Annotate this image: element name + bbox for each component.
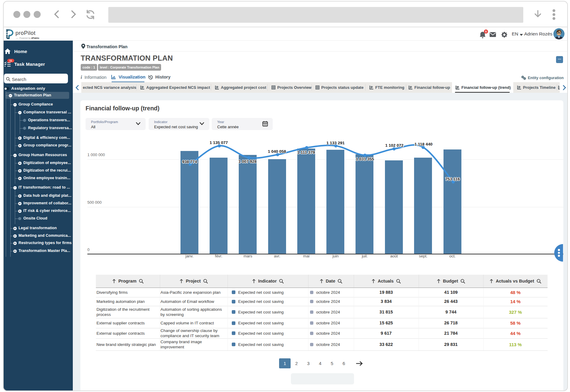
svg-text:juin: juin	[332, 254, 339, 258]
svg-text:1 135 077: 1 135 077	[210, 140, 228, 145]
svg-text:janv.: janv.	[185, 254, 194, 258]
svg-text:1 133 291: 1 133 291	[326, 141, 345, 145]
svg-text:1 102 072: 1 102 072	[385, 143, 403, 148]
svg-text:sept.: sept.	[419, 254, 427, 258]
svg-text:mai: mai	[303, 254, 309, 258]
svg-text:938 774: 938 774	[182, 159, 197, 164]
svg-text:1 000 000: 1 000 000	[87, 152, 105, 157]
svg-text:5: 5	[485, 30, 487, 33]
svg-text:1 111 379: 1 111 379	[297, 150, 315, 155]
svg-text:1 118 440: 1 118 440	[414, 142, 432, 146]
svg-text:1 007 928: 1 007 928	[238, 159, 257, 164]
svg-text:oct.: oct.	[449, 254, 456, 258]
svg-text:juil.: juil.	[362, 254, 368, 258]
svg-text:1 040 058: 1 040 058	[268, 149, 286, 154]
svg-text:500 000: 500 000	[87, 200, 102, 205]
svg-text:1 031 355: 1 031 355	[356, 157, 374, 161]
svg-text:avr.: avr.	[274, 254, 280, 258]
svg-text:0: 0	[87, 247, 89, 252]
svg-text:févr.: févr.	[215, 254, 223, 258]
svg-text:753 116: 753 116	[445, 177, 460, 181]
svg-text:août: août	[390, 254, 398, 258]
svg-text:mars: mars	[244, 254, 252, 258]
